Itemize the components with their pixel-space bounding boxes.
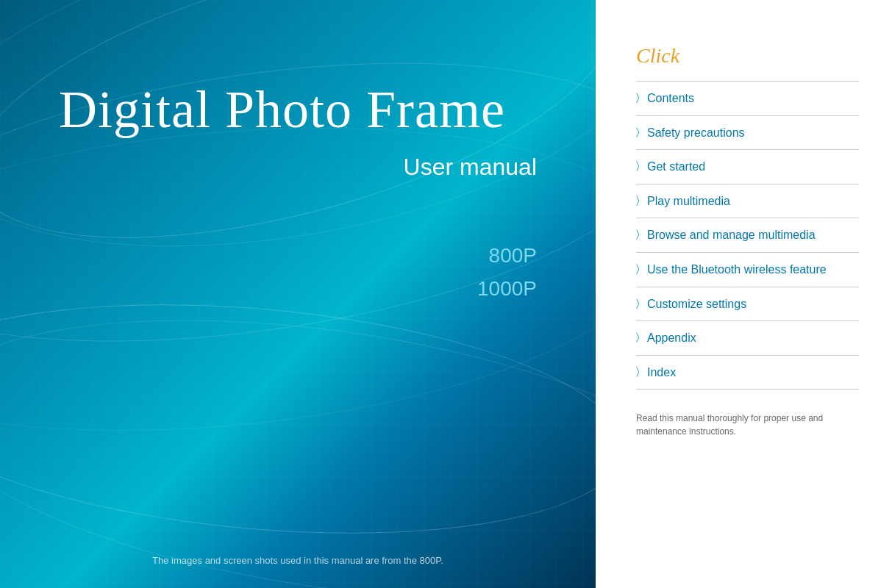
- bottom-note: The images and screen shots used in this…: [0, 555, 596, 566]
- model-numbers: 800P 1000P: [59, 240, 552, 306]
- nav-label-bluetooth-feature: Use the Bluetooth wireless feature: [647, 262, 827, 278]
- nav-item-customize-settings[interactable]: 〉Customize settings: [636, 287, 859, 322]
- nav-arrow-browse-manage-multimedia: 〉: [636, 229, 640, 240]
- left-panel: Digital Photo Frame User manual 800P 100…: [0, 0, 596, 588]
- nav-item-contents[interactable]: 〉Contents: [636, 82, 859, 116]
- nav-item-get-started[interactable]: 〉Get started: [636, 150, 859, 184]
- nav-label-play-multimedia: Play multimedia: [647, 193, 730, 209]
- nav-arrow-safety-precautions: 〉: [636, 126, 640, 138]
- nav-arrow-get-started: 〉: [636, 160, 640, 172]
- nav-label-contents: Contents: [647, 90, 694, 107]
- model-800p: 800P: [59, 240, 537, 273]
- nav-arrow-contents: 〉: [636, 92, 640, 104]
- nav-arrow-index: 〉: [636, 366, 640, 378]
- main-title: Digital Photo Frame: [59, 81, 552, 139]
- left-content: Digital Photo Frame User manual 800P 100…: [0, 0, 596, 588]
- nav-arrow-customize-settings: 〉: [636, 298, 640, 309]
- footer-note: Read this manual thoroughly for proper u…: [636, 412, 859, 438]
- nav-item-index[interactable]: 〉Index: [636, 356, 859, 390]
- nav-label-browse-manage-multimedia: Browse and manage multimedia: [647, 227, 816, 243]
- nav-item-browse-manage-multimedia[interactable]: 〉Browse and manage multimedia: [636, 218, 859, 253]
- nav-arrow-appendix: 〉: [636, 331, 640, 343]
- nav-arrow-bluetooth-feature: 〉: [636, 263, 640, 275]
- click-heading: Click: [636, 44, 859, 68]
- sub-title: User manual: [59, 154, 552, 181]
- right-panel: Click 〉Contents〉Safety precautions〉Get s…: [596, 0, 892, 588]
- nav-label-appendix: Appendix: [647, 330, 696, 346]
- nav-label-safety-precautions: Safety precautions: [647, 125, 745, 141]
- nav-label-customize-settings: Customize settings: [647, 296, 746, 312]
- navigation-list: 〉Contents〉Safety precautions〉Get started…: [636, 81, 859, 390]
- nav-label-index: Index: [647, 365, 676, 381]
- nav-item-appendix[interactable]: 〉Appendix: [636, 321, 859, 356]
- nav-label-get-started: Get started: [647, 159, 705, 175]
- nav-arrow-play-multimedia: 〉: [636, 195, 640, 207]
- nav-item-bluetooth-feature[interactable]: 〉Use the Bluetooth wireless feature: [636, 253, 859, 287]
- nav-item-safety-precautions[interactable]: 〉Safety precautions: [636, 116, 859, 151]
- model-1000p: 1000P: [59, 273, 537, 306]
- nav-item-play-multimedia[interactable]: 〉Play multimedia: [636, 184, 859, 219]
